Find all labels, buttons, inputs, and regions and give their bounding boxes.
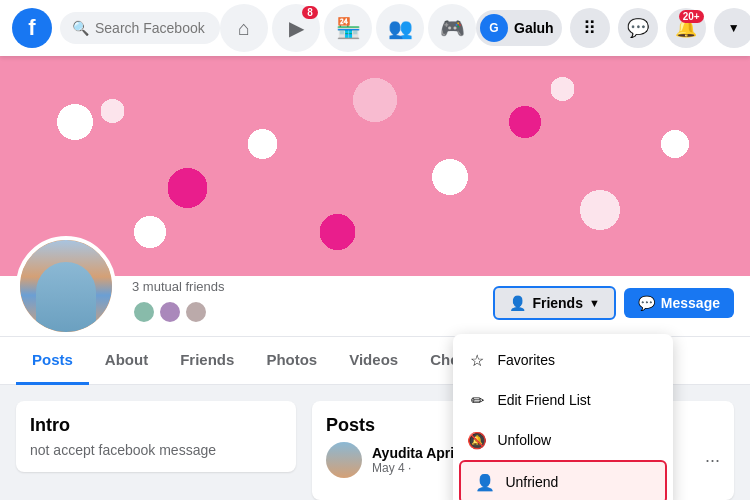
watch-badge: 8 — [302, 6, 318, 19]
groups-nav-button[interactable]: 👥 — [376, 4, 424, 52]
navbar: f 🔍 ⌂ ▶ 8 🏪 👥 🎮 G Galuh ⠿ — [0, 0, 750, 56]
main-content: Ayudita Aprilianti 3 mutual friends 👤 Fr… — [0, 56, 750, 500]
post-options-button[interactable]: ··· — [705, 450, 720, 471]
messenger-button[interactable]: 💬 — [618, 8, 658, 48]
mutual-avatar-2 — [158, 300, 182, 324]
groups-icon: 👥 — [388, 16, 413, 40]
user-avatar: G — [480, 14, 508, 42]
left-panel: Intro not accept facebook message — [16, 401, 296, 500]
grid-icon: ⠿ — [583, 17, 596, 39]
star-icon: ☆ — [467, 350, 487, 370]
user-name: Galuh — [514, 20, 554, 36]
dropdown-favorites[interactable]: ☆ Favorites — [453, 340, 673, 380]
dropdown-unfollow[interactable]: 🔕 Unfollow — [453, 420, 673, 460]
chevron-down-icon: ▼ — [728, 21, 740, 35]
dropdown-edit-label: Edit Friend List — [497, 392, 590, 408]
chevron-down-icon: ▼ — [589, 297, 600, 309]
intro-title: Intro — [30, 415, 282, 436]
tab-friends[interactable]: Friends — [164, 337, 250, 385]
intro-text: not accept facebook message — [30, 442, 282, 458]
notifications-button[interactable]: 🔔 20+ — [666, 8, 706, 48]
avatar-figure — [36, 262, 96, 332]
dropdown-favorites-label: Favorites — [497, 352, 555, 368]
edit-icon: ✏ — [467, 390, 487, 410]
nav-center: ⌂ ▶ 8 🏪 👥 🎮 — [220, 4, 476, 52]
tab-videos[interactable]: Videos — [333, 337, 414, 385]
dropdown-unfollow-label: Unfollow — [497, 432, 551, 448]
home-nav-button[interactable]: ⌂ — [220, 4, 268, 52]
mutual-friends: 3 mutual friends — [132, 279, 477, 294]
settings-button[interactable]: ▼ — [714, 8, 750, 48]
person-icon: 👤 — [509, 295, 526, 311]
marketplace-icon: 🏪 — [336, 16, 361, 40]
mutual-avatars — [132, 300, 477, 324]
dropdown-unfriend[interactable]: 👤 Unfriend — [459, 460, 667, 500]
cover-photo — [0, 56, 750, 276]
unfollow-icon: 🔕 — [467, 430, 487, 450]
action-buttons: 👤 Friends ▼ ☆ Favorites ✏ Edit Friend Li… — [493, 286, 734, 336]
apps-grid-button[interactable]: ⠿ — [570, 8, 610, 48]
gaming-icon: 🎮 — [440, 16, 465, 40]
dropdown-unfriend-label: Unfriend — [505, 474, 558, 490]
messenger-icon: 💬 — [627, 17, 649, 39]
friends-dropdown: ☆ Favorites ✏ Edit Friend List 🔕 Unfollo… — [453, 334, 673, 500]
message-button[interactable]: 💬 Message — [624, 288, 734, 318]
post-author-avatar — [326, 442, 362, 478]
search-box[interactable]: 🔍 — [60, 12, 220, 44]
watch-nav-button[interactable]: ▶ 8 — [272, 4, 320, 52]
profile-avatar — [16, 236, 116, 336]
friends-button-label: Friends — [532, 295, 583, 311]
cover-photo-bg — [0, 56, 750, 276]
tab-about[interactable]: About — [89, 337, 164, 385]
unfriend-icon: 👤 — [475, 472, 495, 492]
message-icon: 💬 — [638, 295, 655, 311]
mutual-avatar-1 — [132, 300, 156, 324]
tab-posts[interactable]: Posts — [16, 337, 89, 385]
dropdown-edit-friend-list[interactable]: ✏ Edit Friend List — [453, 380, 673, 420]
watch-icon: ▶ — [289, 16, 304, 40]
avatar-image — [20, 240, 112, 332]
search-input[interactable] — [95, 20, 215, 36]
friends-button[interactable]: 👤 Friends ▼ — [493, 286, 615, 320]
marketplace-nav-button[interactable]: 🏪 — [324, 4, 372, 52]
gaming-nav-button[interactable]: 🎮 — [428, 4, 476, 52]
home-icon: ⌂ — [238, 17, 250, 40]
search-icon: 🔍 — [72, 20, 89, 36]
message-button-label: Message — [661, 295, 720, 311]
nav-left: f 🔍 — [12, 8, 220, 48]
mutual-avatar-3 — [184, 300, 208, 324]
notifications-badge: 20+ — [679, 10, 704, 23]
tab-photos[interactable]: Photos — [250, 337, 333, 385]
nav-right: G Galuh ⠿ 💬 🔔 20+ ▼ — [476, 8, 750, 48]
user-menu-button[interactable]: G Galuh — [476, 10, 562, 46]
intro-card: Intro not accept facebook message — [16, 401, 296, 472]
facebook-logo[interactable]: f — [12, 8, 52, 48]
